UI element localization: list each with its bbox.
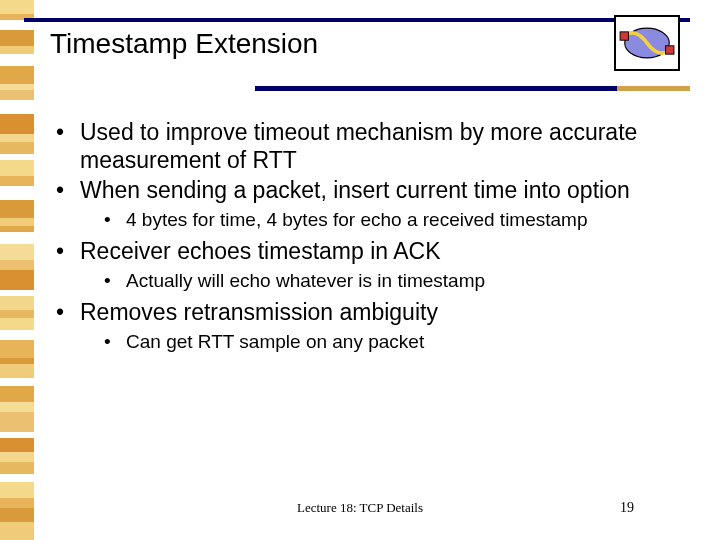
svg-rect-1 (620, 32, 628, 40)
bullet-item: Used to improve timeout mechanism by mor… (50, 118, 690, 174)
bullet-item: Removes retransmission ambiguity Can get… (50, 298, 690, 355)
cloud-network-icon (614, 15, 680, 71)
bullet-text: Removes retransmission ambiguity (80, 299, 438, 325)
bullet-item: Receiver echoes timestamp in ACK Actuall… (50, 237, 690, 294)
bullet-item: When sending a packet, insert current ti… (50, 176, 690, 233)
bullet-text: Receiver echoes timestamp in ACK (80, 238, 441, 264)
footer-text: Lecture 18: TCP Details (0, 500, 720, 516)
title-under-rule (255, 86, 617, 91)
title-under-rule-accent (617, 86, 690, 91)
bullet-text: When sending a packet, insert current ti… (80, 177, 630, 203)
page-number: 19 (620, 500, 634, 516)
sub-bullet-item: Can get RTT sample on any packet (98, 330, 690, 355)
left-stripe-band (0, 0, 34, 540)
svg-rect-2 (666, 46, 674, 54)
sub-bullet-item: 4 bytes for time, 4 bytes for echo a rec… (98, 208, 690, 233)
slide: Timestamp Extension Used to improve time… (0, 0, 720, 540)
slide-title: Timestamp Extension (50, 28, 318, 60)
content-area: Used to improve timeout mechanism by mor… (50, 118, 690, 480)
sub-bullet-item: Actually will echo whatever is in timest… (98, 269, 690, 294)
title-top-rule (24, 18, 690, 22)
